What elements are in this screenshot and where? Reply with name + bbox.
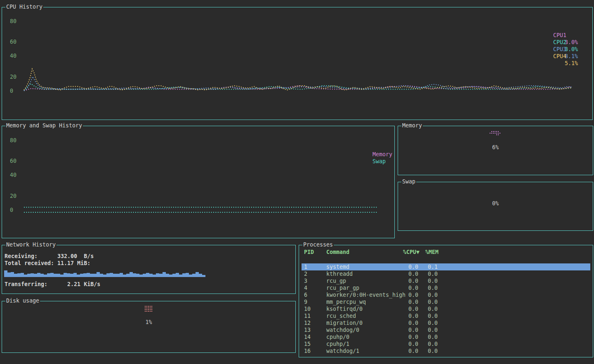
- process-cell-cpu: 0.0: [382, 319, 418, 326]
- process-row[interactable]: 13watchdog/00.00.0: [299, 326, 593, 333]
- process-row[interactable]: 12migration/00.00.0: [299, 319, 593, 326]
- processes-title: Processes: [302, 242, 334, 248]
- process-cell-pid: 12: [304, 319, 311, 326]
- process-row[interactable]: 14cpuhp/00.00.0: [299, 333, 593, 341]
- cpu1-legend: CPU1 3.0%: [540, 25, 566, 32]
- process-cell-pid: 15: [304, 341, 311, 348]
- process-cell-pid: 2: [304, 270, 307, 277]
- process-cell-pid: 14: [304, 333, 311, 341]
- disk-usage-panel: Disk usage 1%: [2, 301, 296, 353]
- process-row[interactable]: 10ksoftirqd/00.00.0: [299, 305, 593, 312]
- cpu-history-chart: [2, 7, 592, 120]
- memory-gauge-value: 6%: [398, 144, 593, 151]
- process-row[interactable]: 1systemd0.00.1: [302, 263, 590, 270]
- process-cell-cmd: rcu_par_gp: [326, 284, 359, 291]
- process-cell-pid: 4: [304, 284, 307, 291]
- process-row[interactable]: 6kworker/0:0H-events_high0.00.0: [299, 291, 593, 298]
- process-cell-cpu: 0.0: [382, 298, 418, 305]
- process-cell-cmd: cpuhp/1: [326, 341, 349, 348]
- process-cell-mem: 0.0: [423, 319, 438, 326]
- memory-swap-history-panel: Memory and Swap History 80 60 40 20 0 Me…: [2, 126, 395, 238]
- process-cell-cmd: watchdog/1: [326, 348, 359, 355]
- disk-usage-title: Disk usage: [5, 298, 40, 304]
- process-cell-cpu: 0.0: [382, 291, 418, 298]
- cpu4-legend: CPU4 5.1%: [540, 46, 566, 53]
- cpu3-legend: CPU3 8.1%: [540, 39, 566, 46]
- system-monitor-app: { "colors": { "background": "#2b2b2b", "…: [0, 0, 594, 364]
- process-cell-pid: 6: [304, 291, 307, 298]
- cpu4-legend-value: 5.1%: [555, 60, 578, 67]
- process-cell-pid: 9: [304, 298, 307, 305]
- process-cell-mem: 0.0: [423, 298, 438, 305]
- process-cell-cmd: ksoftirqd/0: [326, 305, 363, 312]
- memory-gauge-panel: Memory 6%: [398, 126, 593, 175]
- process-cell-pid: 13: [304, 326, 311, 333]
- process-cell-cmd: rcu_gp: [326, 277, 346, 284]
- process-cell-cmd: cpuhp/0: [326, 333, 349, 341]
- process-cell-pid: 3: [304, 277, 307, 284]
- swap-legend: Swap: [359, 151, 386, 158]
- memory-donut-icon: [490, 131, 501, 137]
- process-cell-cpu: 0.0: [382, 277, 418, 284]
- process-table-body: 1systemd0.00.12kthreadd0.00.03rcu_gp0.00…: [299, 263, 593, 355]
- swap-gauge-panel: Swap 0%: [398, 182, 593, 231]
- swap-gauge-title: Swap: [401, 178, 416, 185]
- process-cell-cpu: 0.0: [382, 341, 418, 348]
- process-row[interactable]: 15cpuhp/10.00.0: [299, 341, 593, 348]
- memory-swap-chart: [2, 126, 394, 238]
- process-cell-cpu: 0.0: [382, 312, 418, 319]
- process-cell-cpu: 0.0: [382, 263, 418, 270]
- process-cell-mem: 0.0: [423, 312, 438, 319]
- column-header-mem[interactable]: %MEM: [425, 249, 438, 256]
- disk-usage-value: 1%: [2, 319, 295, 326]
- network-transferring-text: Transferring: 2.21 KiB/s: [5, 281, 100, 288]
- network-history-panel: Network History Receiving: 332.00 B/s To…: [2, 245, 296, 294]
- process-row[interactable]: 4rcu_par_gp0.00.0: [299, 284, 593, 291]
- process-cell-mem: 0.0: [423, 291, 438, 298]
- process-cell-cpu: 0.0: [382, 305, 418, 312]
- process-cell-pid: 10: [304, 305, 311, 312]
- memory-gauge-title: Memory: [401, 122, 423, 129]
- disk-donut-icon: [145, 306, 153, 314]
- process-cell-mem: 0.0: [423, 348, 438, 355]
- memory-legend: Memory: [359, 144, 392, 151]
- process-row[interactable]: 11rcu_sched0.00.0: [299, 312, 593, 319]
- process-cell-pid: 11: [304, 312, 311, 319]
- process-cell-pid: 16: [304, 348, 311, 355]
- column-header-command[interactable]: Command: [326, 249, 349, 256]
- swap-legend-label: Swap: [372, 158, 386, 164]
- process-cell-cmd: rcu_sched: [326, 312, 356, 319]
- processes-panel: Processes PID Command %CPU▼ %MEM 1system…: [299, 245, 593, 357]
- process-cell-cmd: kthreadd: [326, 270, 353, 277]
- process-cell-mem: 0.0: [423, 341, 438, 348]
- process-cell-mem: 0.0: [423, 284, 438, 291]
- process-row[interactable]: 2kthreadd0.00.0: [299, 270, 593, 277]
- process-cell-mem: 0.0: [423, 326, 438, 333]
- cpu4-legend-label: CPU4: [553, 53, 566, 59]
- process-cell-cpu: 0.0: [382, 348, 418, 355]
- process-row[interactable]: 9mm_percpu_wq0.00.0: [299, 298, 593, 305]
- process-cell-cmd: migration/0: [326, 319, 363, 326]
- cpu-history-panel: CPU History 80 60 40 20 0 CPU1 3.0% CPU2…: [2, 7, 593, 120]
- process-cell-mem: 0.0: [423, 270, 438, 277]
- process-cell-mem: 0.0: [423, 333, 438, 341]
- swap-gauge-value: 0%: [398, 200, 593, 207]
- column-header-cpu-sort[interactable]: %CPU▼: [382, 249, 420, 256]
- process-row[interactable]: 16watchdog/10.00.0: [299, 348, 593, 355]
- process-cell-mem: 0.1: [423, 263, 438, 270]
- column-header-pid[interactable]: PID: [304, 249, 314, 256]
- process-cell-cmd: mm_percpu_wq: [326, 298, 366, 305]
- cpu2-legend: CPU2 3.0%: [540, 32, 566, 39]
- process-cell-cpu: 0.0: [382, 284, 418, 291]
- process-row[interactable]: 3rcu_gp0.00.0: [299, 277, 593, 284]
- process-cell-pid: 1: [304, 263, 307, 270]
- process-cell-cpu: 0.0: [382, 326, 418, 333]
- process-cell-cmd: watchdog/0: [326, 326, 359, 333]
- process-cell-cpu: 0.0: [382, 270, 418, 277]
- process-cell-mem: 0.0: [423, 277, 438, 284]
- process-cell-cpu: 0.0: [382, 333, 418, 341]
- process-cell-cmd: systemd: [326, 263, 349, 270]
- process-cell-mem: 0.0: [423, 305, 438, 312]
